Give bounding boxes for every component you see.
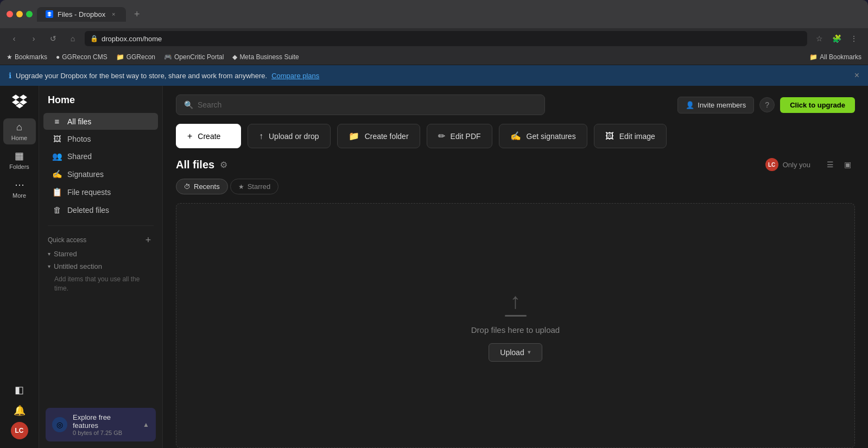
tab-close-icon[interactable]: × <box>110 10 117 18</box>
nav-label-deletedfiles: Deleted files <box>67 206 109 214</box>
invite-label: Invite members <box>698 101 746 109</box>
quick-access-header: Quick access + <box>39 230 162 248</box>
bookmark-icon[interactable]: ☆ <box>812 31 827 46</box>
sidebar-panel-toggle[interactable]: ◧ <box>3 381 36 399</box>
tab-starred[interactable]: ★ Starred <box>230 179 279 194</box>
get-signatures-button[interactable]: ✍ Get signatures <box>499 124 587 148</box>
nav-item-deletedfiles[interactable]: 🗑 Deleted files <box>43 201 158 218</box>
edit-pdf-icon: ✏ <box>438 131 445 141</box>
address-bar[interactable]: 🔒 dropbox.com/home <box>85 31 807 46</box>
signatures-icon: ✍ <box>52 169 62 179</box>
upgrade-button[interactable]: Click to upgrade <box>780 97 855 113</box>
untitled-section-toggle[interactable]: ▾ Untitled section <box>39 260 162 273</box>
compare-plans-link[interactable]: Compare plans <box>271 72 319 80</box>
starred-section-label: Starred <box>54 250 77 258</box>
nav-item-signatures[interactable]: ✍ Signatures <box>43 166 158 183</box>
bookmark-ggreconcms[interactable]: ●GGRecon CMS <box>56 53 107 61</box>
search-input[interactable] <box>198 100 537 109</box>
search-icon: 🔍 <box>184 100 193 109</box>
list-view-icon: ☰ <box>827 160 834 169</box>
nav-section-main: ≡ All files 🖼 Photos 👥 Shared ✍ Signatur… <box>39 110 162 221</box>
nav-item-shared[interactable]: 👥 Shared <box>43 148 158 165</box>
new-tab-button[interactable]: + <box>130 8 143 21</box>
grid-view-icon: ▣ <box>844 160 851 169</box>
get-signatures-icon: ✍ <box>510 131 521 141</box>
left-nav-bottom: ◎ Explore free features 0 bytes of 7.25 … <box>39 401 162 448</box>
browser-nav-actions: ☆ 🧩 ⋮ <box>812 31 861 46</box>
help-button[interactable]: ? <box>759 97 775 112</box>
upload-or-drop-button[interactable]: ↑ Upload or drop <box>248 124 331 148</box>
edit-image-button[interactable]: 🖼 Edit image <box>594 124 667 148</box>
forward-button[interactable]: › <box>26 31 41 46</box>
explore-chevron-icon: ▲ <box>143 421 149 428</box>
main-content: 🔍 👤 Invite members ? Click to upgrade + … <box>163 86 868 448</box>
drop-zone[interactable]: ↑ Drop files here to upload Upload ▾ <box>176 203 855 448</box>
recents-tab-label: Recents <box>194 182 220 191</box>
create-folder-button[interactable]: 📁 Create folder <box>337 124 420 148</box>
edit-pdf-button[interactable]: ✏ Edit PDF <box>427 124 492 148</box>
upload-button[interactable]: Upload ▾ <box>489 343 542 362</box>
explore-title: Explore free features <box>73 413 137 430</box>
filerequests-icon: 📋 <box>52 187 62 197</box>
nav-label-filerequests: File requests <box>67 188 111 197</box>
upload-btn-label: Upload <box>500 348 524 357</box>
get-signatures-label: Get signatures <box>527 132 576 141</box>
nav-label-allfiles: All files <box>67 117 91 126</box>
bookmarks-bar: ★Bookmarks ●GGRecon CMS 📁GGRecon 🎮OpenCr… <box>0 49 868 65</box>
grid-view-button[interactable]: ▣ <box>840 157 855 172</box>
sidebar-more-button[interactable]: ⋯ More <box>3 175 36 202</box>
starred-section-toggle[interactable]: ▾ Starred <box>39 248 162 260</box>
upload-chevron-icon: ▾ <box>528 349 531 356</box>
nav-item-filerequests[interactable]: 📋 File requests <box>43 184 158 201</box>
sidebar-home-button[interactable]: ⌂ Home <box>3 118 36 144</box>
menu-icon[interactable]: ⋮ <box>846 31 861 46</box>
list-view-button[interactable]: ☰ <box>822 157 838 172</box>
untitled-section-empty-text: Add items that you use all the time. <box>54 275 154 293</box>
nav-item-photos[interactable]: 🖼 Photos <box>43 130 158 147</box>
more-label: More <box>12 192 26 199</box>
folders-icon: ▦ <box>15 150 24 162</box>
home-button[interactable]: ⌂ <box>65 31 80 46</box>
files-settings-icon[interactable]: ⚙ <box>220 160 227 170</box>
bookmark-metabusiness[interactable]: ◆Meta Business Suite <box>232 53 299 61</box>
explore-icon: ◎ <box>52 417 67 432</box>
bookmark-ggrecon[interactable]: 📁GGRecon <box>116 53 155 61</box>
explore-features-button[interactable]: ◎ Explore free features 0 bytes of 7.25 … <box>46 408 156 441</box>
close-button[interactable] <box>7 11 13 17</box>
edit-pdf-label: Edit PDF <box>451 132 481 141</box>
nav-label-signatures: Signatures <box>67 170 104 179</box>
visibility-text: Only you <box>783 161 810 169</box>
sidebar-notifications[interactable]: 🔔 <box>3 401 36 420</box>
left-nav: Home ≡ All files 🖼 Photos 👥 Shared ✍ Sig… <box>39 86 163 448</box>
user-avatar[interactable]: LC <box>11 422 28 439</box>
extensions-icon[interactable]: 🧩 <box>829 31 844 46</box>
toolbar-actions: 👤 Invite members ? Click to upgrade <box>677 97 855 113</box>
invite-icon: 👤 <box>686 101 694 109</box>
tab-title: Files - Dropbox <box>58 10 105 18</box>
nav-item-allfiles[interactable]: ≡ All files <box>43 113 158 130</box>
bookmark-bookmarks[interactable]: ★Bookmarks <box>7 53 47 61</box>
home-label: Home <box>11 135 27 141</box>
sidebar-folders-button[interactable]: ▦ Folders <box>3 147 36 173</box>
invite-members-button[interactable]: 👤 Invite members <box>677 97 754 113</box>
browser-tab[interactable]: Files - Dropbox × <box>37 7 126 22</box>
banner-close-icon[interactable]: × <box>854 71 859 80</box>
create-icon: + <box>187 131 192 141</box>
drop-text: Drop files here to upload <box>471 325 560 335</box>
bookmark-opencritic[interactable]: 🎮OpenCritic Portal <box>164 53 224 61</box>
search-bar[interactable]: 🔍 <box>176 94 545 115</box>
reload-button[interactable]: ↺ <box>46 31 61 46</box>
untitled-arrow-icon: ▾ <box>48 263 50 269</box>
minimize-button[interactable] <box>16 11 23 17</box>
back-button[interactable]: ‹ <box>7 31 22 46</box>
files-section: All files ⚙ LC Only you ☰ ▣ <box>163 157 868 448</box>
create-folder-label: Create folder <box>365 132 409 141</box>
browser-window: Files - Dropbox × + ‹ › ↺ ⌂ 🔒 dropbox.co… <box>0 0 868 86</box>
maximize-button[interactable] <box>26 11 33 17</box>
address-text: dropbox.com/home <box>102 35 162 43</box>
create-button[interactable]: + Create <box>176 124 241 148</box>
nav-divider <box>48 225 154 226</box>
tab-recents[interactable]: ⏱ Recents <box>176 179 228 194</box>
quick-access-add-button[interactable]: + <box>143 235 154 245</box>
bookmark-all[interactable]: 📁All Bookmarks <box>809 53 861 61</box>
